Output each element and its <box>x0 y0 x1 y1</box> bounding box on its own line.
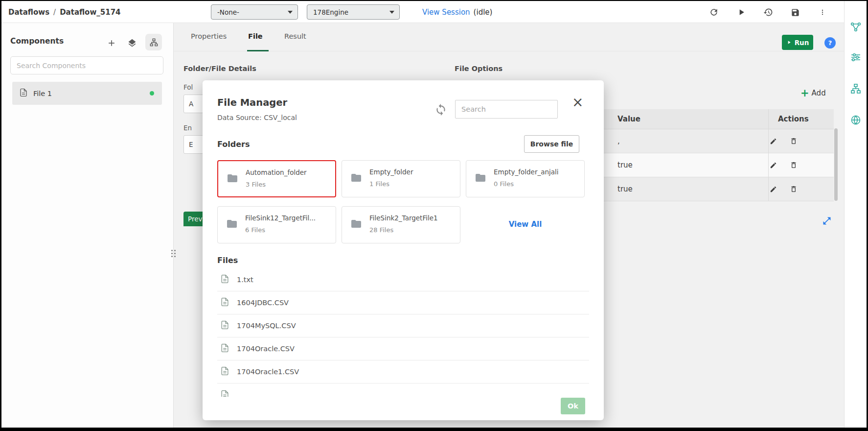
folder-field-label: Fol <box>183 83 193 91</box>
view-all-link[interactable]: View All <box>466 206 585 242</box>
file-manager-dialog: File Manager Data Source: CSV_local × Fo… <box>203 80 604 420</box>
edit-icon[interactable] <box>768 184 778 194</box>
sliders-icon[interactable] <box>849 51 862 64</box>
file-icon <box>19 87 28 99</box>
file-row[interactable]: 1.txt <box>217 268 589 291</box>
folder-file-count: 1 Files <box>369 180 389 188</box>
file-list: 1.txt 1604JDBC.CSV 1704MySQL.CSV 1704Ora… <box>217 268 589 397</box>
panel-resize-handle[interactable] <box>171 250 176 257</box>
tab-bar: Properties File Result Run ? <box>174 23 844 51</box>
status-dot <box>150 91 154 96</box>
save-icon[interactable] <box>789 6 801 19</box>
column-header-actions: Actions <box>778 115 809 123</box>
delete-icon[interactable] <box>788 136 799 146</box>
file-name: 1704MySQL.CSV <box>237 322 296 330</box>
folder-file-count: 6 Files <box>245 226 265 234</box>
play-icon[interactable] <box>735 6 748 19</box>
folder-name: Empty_folder_anjali <box>494 168 580 176</box>
folder-card-empty[interactable]: Empty_folder 1 Files <box>342 160 460 197</box>
file-row[interactable]: 1704Oracle1.CSV <box>217 360 589 383</box>
edit-icon[interactable] <box>768 136 778 146</box>
folder-icon <box>474 172 487 186</box>
folder-name: Automation_folder <box>246 168 331 176</box>
folder-file-count: 3 Files <box>246 181 266 188</box>
help-button[interactable]: ? <box>824 37 836 48</box>
folder-card-filesink12[interactable]: FileSink12_TargetFil... 6 Files <box>217 206 336 243</box>
folder-card-empty-anjali[interactable]: Empty_folder_anjali 0 Files <box>466 160 585 197</box>
view-session-link[interactable]: View Session <box>422 8 470 17</box>
edit-icon[interactable] <box>768 160 778 170</box>
file-icon <box>220 273 229 286</box>
file-name: 1704Oracle1.CSV <box>237 368 299 376</box>
components-panel: Components File 1 <box>1 23 174 428</box>
folder-icon <box>349 172 363 186</box>
add-component-icon[interactable] <box>105 37 118 49</box>
folder-icon <box>225 218 239 232</box>
components-title: Components <box>10 37 64 46</box>
dialog-title: File Manager <box>217 97 287 108</box>
run-button[interactable]: Run <box>782 35 813 50</box>
run-button-label: Run <box>795 39 809 47</box>
file-row[interactable]: 1704MySQL.CSV <box>217 314 589 337</box>
engine-dropdown[interactable]: 178Engine <box>307 4 400 20</box>
delete-icon[interactable] <box>788 184 799 194</box>
engine-dropdown-value: 178Engine <box>313 8 348 16</box>
cell-value: true <box>617 161 633 169</box>
component-item-label: File 1 <box>33 90 52 97</box>
breadcrumb-current: Dataflow_5174 <box>60 8 120 17</box>
file-name: 1604JDBC.CSV <box>237 299 289 307</box>
variant-dropdown-value: -None- <box>217 8 239 16</box>
layers-icon[interactable] <box>126 37 138 49</box>
refresh-icon[interactable] <box>708 6 720 19</box>
breadcrumb-dataflows[interactable]: Dataflows <box>8 8 49 17</box>
tree-icon[interactable] <box>849 82 862 95</box>
folder-name: FileSink12_TargetFil... <box>245 214 332 222</box>
column-header-value: Value <box>617 115 640 123</box>
file-search-input[interactable] <box>455 100 558 119</box>
file-row-partial[interactable] <box>217 383 589 397</box>
component-item-file1[interactable]: File 1 <box>12 82 162 105</box>
breadcrumb: Dataflows / Dataflow_5174 <box>8 1 121 23</box>
folder-file-details-title: Folder/File Details <box>183 65 256 72</box>
kebab-menu-icon[interactable] <box>819 6 826 19</box>
file-name: 1704Oracle.CSV <box>237 345 295 353</box>
search-components-input[interactable] <box>10 56 163 74</box>
tab-result[interactable]: Result <box>284 32 306 40</box>
file-icon <box>220 365 229 378</box>
file-icon <box>220 296 229 309</box>
folder-card-filesink2[interactable]: FileSink2_TargetFile1 28 Files <box>342 206 460 243</box>
file-row[interactable]: 1704Oracle.CSV <box>217 337 589 360</box>
refresh-icon[interactable] <box>434 103 447 116</box>
variant-dropdown[interactable]: -None- <box>211 4 298 20</box>
file-icon <box>220 389 229 397</box>
app-window: Dataflows / Dataflow_5174 -None- 178Engi… <box>0 0 868 431</box>
close-icon[interactable]: × <box>572 96 583 109</box>
folder-icon <box>226 172 239 186</box>
globe-icon[interactable] <box>849 114 862 126</box>
tab-file[interactable]: File <box>248 32 263 40</box>
browse-file-button[interactable]: Browse file <box>524 135 579 153</box>
encoding-field-value: E <box>189 141 193 148</box>
breadcrumb-separator: / <box>53 8 56 17</box>
top-toolbar: Dataflows / Dataflow_5174 -None- 178Engi… <box>1 1 844 23</box>
plus-icon: + <box>800 89 809 97</box>
folder-field-value: A <box>189 100 193 108</box>
folders-heading: Folders <box>217 140 250 149</box>
expand-icon[interactable] <box>822 216 832 226</box>
data-source-label: Data Source: CSV_local <box>217 114 297 121</box>
active-tab-underline <box>247 50 269 51</box>
delete-icon[interactable] <box>788 160 799 170</box>
tab-properties[interactable]: Properties <box>191 32 227 40</box>
history-icon[interactable] <box>762 6 775 19</box>
file-icon <box>220 342 229 355</box>
file-row[interactable]: 1604JDBC.CSV <box>217 291 589 314</box>
graph-view-icon[interactable] <box>145 34 162 50</box>
folder-icon <box>349 218 363 232</box>
hub-icon[interactable] <box>849 21 862 33</box>
file-name: 1.txt <box>237 276 253 284</box>
add-button[interactable]: + Add <box>800 89 826 97</box>
table-scrollbar[interactable] <box>834 128 838 201</box>
ok-button[interactable]: Ok <box>561 398 585 414</box>
folder-card-automation[interactable]: Automation_folder 3 Files <box>217 160 336 197</box>
cell-value: , <box>617 137 620 145</box>
